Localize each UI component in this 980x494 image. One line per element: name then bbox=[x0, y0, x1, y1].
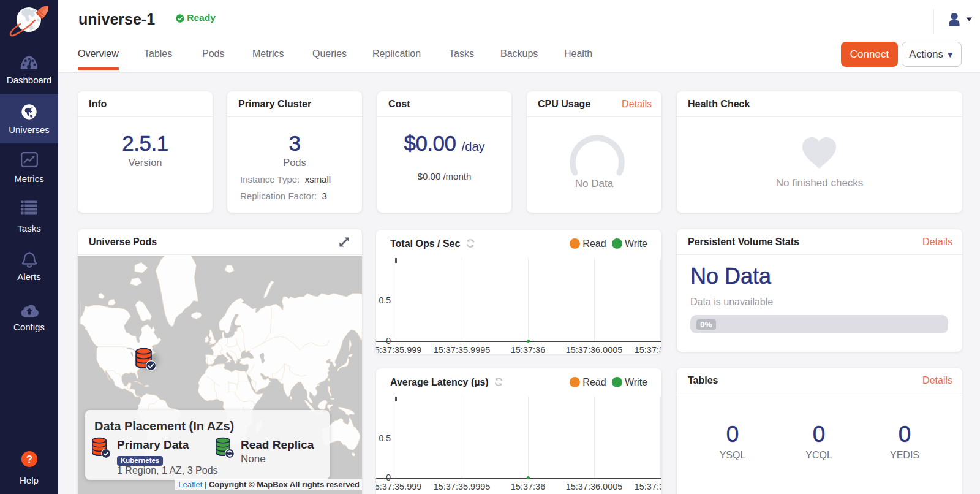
svg-text:?: ? bbox=[26, 454, 32, 465]
